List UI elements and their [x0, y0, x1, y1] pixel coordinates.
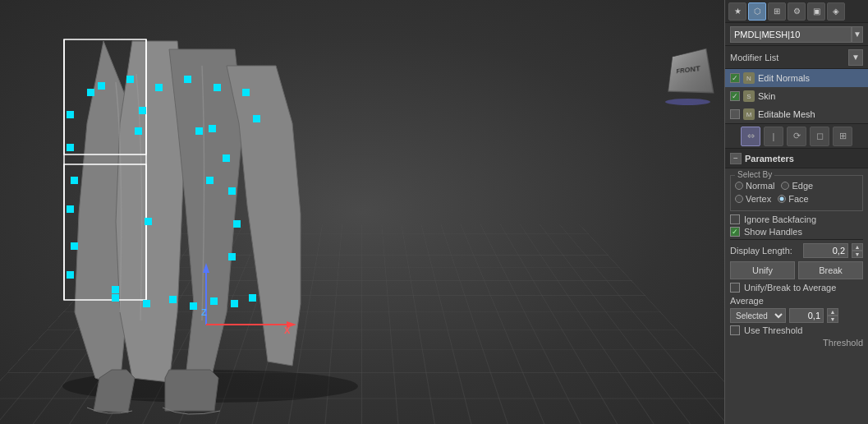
average-dropdown[interactable]: Selected — [730, 308, 786, 323]
average-down[interactable]: ▼ — [827, 316, 838, 323]
svg-rect-36 — [249, 294, 256, 302]
radio-face[interactable]: Face — [778, 194, 808, 204]
display-length-row: Display Length: ▲ ▼ — [730, 243, 863, 258]
svg-rect-11 — [67, 271, 74, 279]
svg-rect-25 — [228, 253, 236, 260]
display-length-down[interactable]: ▼ — [852, 251, 863, 258]
modifier-list-dropdown-btn[interactable]: ▼ — [848, 49, 863, 66]
svg-rect-8 — [71, 177, 78, 184]
svg-rect-24 — [233, 220, 241, 228]
right-panel: ★ ⬡ ⊞ ⚙ ▣ ◈ ▼ Modifier List ▼ ✓ N Edit N… — [724, 0, 868, 424]
unify-button[interactable]: Unify — [730, 261, 795, 279]
object-name-dropdown-btn[interactable]: ▼ — [852, 26, 863, 43]
toolbar-icon-cube[interactable]: ⬡ — [748, 2, 766, 21]
unify-break-row: Unify Break — [730, 261, 863, 279]
svg-rect-33 — [190, 302, 197, 310]
svg-rect-13 — [98, 82, 105, 90]
select-by-title: Select By — [735, 170, 774, 179]
svg-rect-14 — [126, 76, 134, 83]
params-title: Parameters — [745, 154, 794, 164]
display-length-spinner: ▲ ▼ — [852, 243, 863, 258]
object-name-bar: ▼ — [725, 23, 868, 46]
nav-cube[interactable]: FRONT — [659, 41, 716, 99]
radio-row-1: Normal Edge — [735, 181, 858, 191]
average-up[interactable]: ▲ — [827, 308, 838, 316]
viewport[interactable]: Z X FRONT — [0, 0, 724, 424]
modifier-list-bar: Modifier List ▼ — [725, 46, 868, 69]
svg-rect-32 — [169, 296, 177, 303]
use-threshold-row[interactable]: Use Threshold — [730, 325, 863, 335]
modifier-entry-edit-normals[interactable]: ✓ N Edit Normals — [725, 69, 868, 87]
sub-toolbar-vertex[interactable]: ⟳ — [787, 127, 806, 146]
params-collapse-btn[interactable]: − — [730, 153, 742, 164]
ignore-backfacing-label: Ignore Backfacing — [744, 214, 816, 224]
params-header: − Parameters — [725, 149, 868, 168]
unify-break-average-row[interactable]: Unify/Break to Average — [730, 283, 863, 293]
display-length-input[interactable] — [803, 243, 848, 258]
radio-btn-face[interactable] — [778, 195, 786, 203]
svg-rect-9 — [67, 205, 74, 213]
use-threshold-label: Use Threshold — [744, 325, 802, 335]
object-name-input[interactable] — [730, 26, 852, 43]
use-threshold-checkbox[interactable] — [730, 325, 740, 335]
average-label: Average — [730, 296, 863, 306]
modifier-check-editable-mesh[interactable] — [730, 109, 740, 119]
radio-label-face: Face — [788, 194, 808, 204]
radio-edge[interactable]: Edge — [781, 181, 813, 191]
display-length-label: Display Length: — [730, 246, 800, 256]
average-value-input[interactable] — [789, 308, 824, 323]
svg-rect-7 — [67, 144, 74, 151]
toolbar-icon-display[interactable]: ▣ — [807, 2, 825, 21]
svg-rect-30 — [112, 294, 119, 302]
ignore-backfacing-checkbox[interactable] — [730, 214, 740, 224]
svg-rect-5 — [87, 89, 94, 96]
toolbar-icon-mesh[interactable]: ⊞ — [768, 2, 786, 21]
svg-rect-22 — [223, 154, 230, 162]
show-handles-row[interactable]: ✓ Show Handles — [730, 227, 863, 237]
radio-label-edge: Edge — [792, 181, 813, 191]
toolbar-icon-settings[interactable]: ⚙ — [788, 2, 806, 21]
svg-rect-31 — [143, 300, 150, 307]
modifier-list-label: Modifier List — [730, 53, 848, 62]
svg-rect-35 — [231, 300, 238, 307]
svg-rect-29 — [206, 177, 214, 184]
axis-x-label: X — [284, 325, 290, 335]
svg-rect-26 — [135, 127, 142, 135]
sub-toolbar: ⇔ | ⟳ ◻ ⊞ — [725, 124, 868, 149]
break-button[interactable]: Break — [798, 261, 863, 279]
threshold-label: Threshold — [823, 338, 863, 348]
modifier-icon-editable-mesh: M — [743, 108, 755, 120]
ignore-backfacing-row[interactable]: Ignore Backfacing — [730, 214, 863, 224]
divider-1 — [730, 239, 863, 240]
modifier-check-skin[interactable]: ✓ — [730, 91, 740, 101]
svg-rect-34 — [210, 297, 218, 305]
radio-vertex[interactable]: Vertex — [735, 194, 771, 204]
radio-btn-edge[interactable] — [781, 182, 789, 190]
modifier-entry-skin[interactable]: ✓ S Skin — [725, 87, 868, 105]
modifier-check-edit-normals[interactable]: ✓ — [730, 73, 740, 83]
sub-toolbar-pin[interactable]: ⇔ — [741, 127, 760, 146]
radio-normal[interactable]: Normal — [735, 181, 774, 191]
modifier-icon-edit-normals: N — [743, 72, 755, 84]
toolbar-icon-motion[interactable]: ◈ — [827, 2, 845, 21]
sub-toolbar-bar[interactable]: | — [764, 127, 783, 146]
toolbar-icon-star[interactable]: ★ — [728, 2, 746, 21]
radio-btn-normal[interactable] — [735, 182, 743, 190]
top-toolbar: ★ ⬡ ⊞ ⚙ ▣ ◈ — [725, 0, 868, 23]
select-by-group: Select By Normal Edge — [730, 175, 863, 211]
svg-rect-20 — [139, 107, 146, 114]
sub-toolbar-edge[interactable]: ◻ — [810, 127, 829, 146]
modifier-icon-skin: S — [743, 90, 755, 102]
radio-btn-vertex[interactable] — [735, 195, 743, 203]
svg-rect-12 — [112, 286, 119, 293]
axis-z-label: Z — [201, 307, 207, 317]
unify-break-average-checkbox[interactable] — [730, 283, 740, 293]
svg-rect-19 — [253, 115, 260, 122]
nav-cube-label: FRONT — [676, 64, 700, 75]
modifier-name-editable-mesh: Editable Mesh — [758, 109, 815, 119]
display-length-up[interactable]: ▲ — [852, 243, 863, 251]
model-svg — [0, 0, 724, 424]
show-handles-checkbox[interactable]: ✓ — [730, 227, 740, 237]
sub-toolbar-face[interactable]: ⊞ — [833, 127, 852, 146]
modifier-entry-editable-mesh[interactable]: M Editable Mesh — [725, 105, 868, 123]
